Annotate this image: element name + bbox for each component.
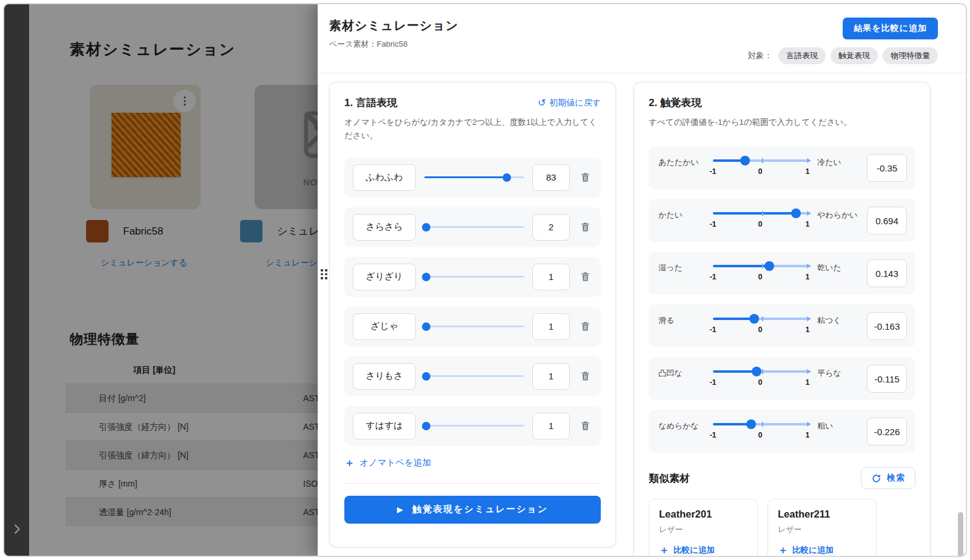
onomatopoeia-word-input[interactable] bbox=[353, 214, 416, 241]
similar-material-category: レザー bbox=[778, 524, 866, 535]
badge-tactile[interactable]: 触覚表現 bbox=[831, 47, 878, 64]
intensity-value-input[interactable] bbox=[532, 164, 570, 191]
similar-material-card[interactable]: Leather211レザー＋比較に追加 bbox=[768, 499, 877, 557]
drawer-scrollbar-thumb[interactable] bbox=[958, 512, 963, 557]
simulate-tactile-button[interactable]: ▶ 触覚表現をシミュレーション bbox=[344, 496, 601, 524]
slider-tick: 0 bbox=[758, 220, 763, 228]
delete-row-button[interactable] bbox=[578, 369, 592, 383]
tactile-slider[interactable]: -101 bbox=[713, 154, 811, 181]
intensity-slider[interactable] bbox=[424, 372, 524, 381]
add-to-compare-button[interactable]: ＋比較に追加 bbox=[659, 543, 715, 557]
slider-tick: 0 bbox=[758, 273, 763, 281]
onomatopoeia-word-input[interactable] bbox=[353, 164, 416, 191]
slider-tick: 0 bbox=[758, 431, 763, 439]
plus-icon: ＋ bbox=[778, 543, 788, 557]
intensity-value-input[interactable] bbox=[532, 413, 570, 439]
tactile-slider[interactable]: -101 bbox=[713, 312, 811, 339]
tactile-row: 湿った-101乾いた bbox=[649, 252, 915, 295]
intensity-slider[interactable] bbox=[424, 272, 524, 282]
slider-end-arrow bbox=[807, 158, 811, 163]
trash-icon bbox=[580, 420, 591, 432]
onomatopoeia-word-input[interactable] bbox=[353, 363, 416, 390]
add-result-to-compare-button[interactable]: 結果を比較に追加 bbox=[843, 18, 938, 39]
intensity-value-input[interactable] bbox=[532, 313, 570, 340]
onomatopoeia-word-input[interactable] bbox=[353, 264, 416, 290]
slider-thumb[interactable] bbox=[740, 156, 750, 165]
tactile-slider[interactable]: -101 bbox=[713, 207, 811, 233]
intensity-value-input[interactable] bbox=[532, 214, 570, 241]
onomatopoeia-row bbox=[344, 356, 601, 396]
intensity-slider[interactable] bbox=[424, 173, 524, 182]
slider-track bbox=[424, 425, 524, 427]
reset-to-defaults-button[interactable]: ↺ 初期値に戻す bbox=[538, 97, 601, 108]
slider-tick: 1 bbox=[806, 220, 810, 228]
delete-row-button[interactable] bbox=[578, 419, 592, 433]
slider-thumb[interactable] bbox=[422, 223, 430, 232]
language-card-description: オノマトペをひらがな/カタカナで2つ以上、度数1以上で入力してください。 bbox=[344, 116, 601, 143]
delete-row-button[interactable] bbox=[578, 270, 592, 284]
reset-icon: ↺ bbox=[538, 97, 546, 108]
tactile-left-label: 凸凹な bbox=[658, 365, 707, 379]
search-label: 検索 bbox=[887, 473, 905, 484]
tactile-slider[interactable]: -101 bbox=[713, 365, 811, 392]
delete-row-button[interactable] bbox=[578, 220, 592, 234]
tactile-slider[interactable]: -101 bbox=[713, 418, 811, 444]
slider-thumb[interactable] bbox=[422, 273, 430, 281]
slider-thumb[interactable] bbox=[422, 372, 430, 381]
slider-tick: 1 bbox=[806, 378, 810, 387]
delete-row-button[interactable] bbox=[578, 170, 592, 184]
tactile-slider[interactable]: -101 bbox=[713, 259, 811, 286]
slider-tick-labels: -101 bbox=[713, 167, 808, 177]
intensity-slider[interactable] bbox=[424, 421, 524, 431]
drawer-resize-handle[interactable] bbox=[321, 269, 327, 279]
slider-thumb[interactable] bbox=[746, 419, 756, 429]
tactile-value-input[interactable] bbox=[867, 154, 907, 182]
slider-mid-tick bbox=[762, 211, 763, 216]
intensity-slider[interactable] bbox=[424, 322, 524, 332]
slider-tick: 1 bbox=[806, 167, 810, 176]
slider-tick-labels: -101 bbox=[713, 220, 808, 230]
onomatopoeia-word-input[interactable] bbox=[353, 313, 416, 340]
tactile-left-label: あたたかい bbox=[658, 154, 707, 168]
intensity-slider[interactable] bbox=[424, 222, 524, 232]
slider-tick: 1 bbox=[806, 325, 810, 334]
tactile-right-label: 粘つく bbox=[817, 312, 861, 326]
drawer-title: 素材シミュレーション bbox=[329, 18, 458, 34]
refresh-icon bbox=[871, 473, 881, 484]
tactile-row: なめらかな-101粗い bbox=[649, 410, 915, 453]
slider-tick: 1 bbox=[806, 431, 810, 439]
slider-thumb[interactable] bbox=[752, 367, 761, 376]
slider-tick: -1 bbox=[709, 325, 716, 334]
search-similar-button[interactable]: 検索 bbox=[861, 467, 915, 489]
tactile-value-input[interactable] bbox=[867, 312, 907, 340]
intensity-value-input[interactable] bbox=[532, 264, 570, 290]
base-material-label: ベース素材：Fabric58 bbox=[329, 39, 458, 50]
add-to-compare-button[interactable]: ＋比較に追加 bbox=[778, 543, 834, 557]
slider-track bbox=[424, 226, 524, 228]
slider-thumb[interactable] bbox=[749, 314, 759, 324]
tactile-value-input[interactable] bbox=[867, 259, 907, 287]
slider-thumb[interactable] bbox=[503, 173, 511, 182]
badge-physical[interactable]: 物理特徴量 bbox=[883, 47, 938, 64]
play-icon: ▶ bbox=[397, 505, 404, 514]
tactile-left-label: かたい bbox=[658, 207, 707, 221]
slider-end-arrow bbox=[807, 211, 811, 216]
tactile-value-input[interactable] bbox=[867, 418, 907, 445]
delete-row-button[interactable] bbox=[578, 319, 592, 333]
trash-icon bbox=[580, 321, 591, 332]
similar-material-card[interactable]: Leather201レザー＋比較に追加 bbox=[649, 499, 758, 557]
tactile-value-input[interactable] bbox=[867, 207, 907, 235]
slider-thumb[interactable] bbox=[764, 261, 774, 271]
slider-thumb[interactable] bbox=[422, 322, 430, 331]
tactile-right-label: 冷たい bbox=[817, 154, 861, 168]
slider-thumb[interactable] bbox=[791, 208, 801, 218]
add-onomatopoeia-button[interactable]: ＋ オノマトペを追加 bbox=[344, 456, 431, 470]
target-badges: 対象： 言語表現 触覚表現 物理特徴量 bbox=[748, 47, 938, 64]
onomatopoeia-word-input[interactable] bbox=[353, 413, 416, 439]
intensity-value-input[interactable] bbox=[532, 363, 570, 390]
slider-tick: -1 bbox=[709, 378, 716, 387]
slider-fill bbox=[713, 370, 757, 373]
slider-thumb[interactable] bbox=[422, 422, 430, 430]
tactile-value-input[interactable] bbox=[867, 365, 907, 393]
badge-language[interactable]: 言語表現 bbox=[778, 47, 826, 64]
